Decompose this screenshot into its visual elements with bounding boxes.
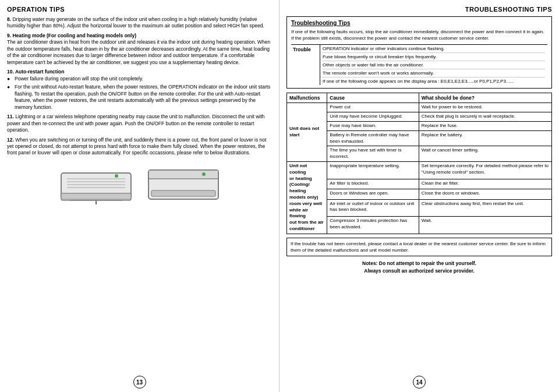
malfunction-cell-2: Unit not coolingor heating(Cooling/ heat… — [287, 161, 327, 234]
cause-cell: Fuse may have blown. — [327, 121, 419, 130]
troubleshooting-box: Troubleshooting Tips If one of the follo… — [286, 16, 552, 89]
troubleshooting-intro: If one of the following faults occurs, s… — [291, 29, 547, 41]
troubleshooting-title: Troubleshooting Tips — [291, 20, 547, 26]
svg-point-12 — [202, 172, 206, 176]
trouble-item-4: If one of the following code appears on … — [323, 77, 545, 85]
svg-rect-13 — [151, 190, 215, 196]
notes-section: Notes: Do not attempt to repair the unit… — [286, 260, 552, 275]
bullet-icon: ● — [7, 84, 13, 111]
tip-9-label: Heating mode (For cooling and heating mo… — [12, 33, 136, 38]
solution-cell: Check that plug is securely in wall rece… — [419, 112, 551, 122]
tip-11-text: Lightning or a car wireless telephone op… — [7, 114, 264, 133]
illustration-area — [7, 161, 272, 206]
page-number-right: 14 — [413, 376, 426, 389]
tip-11-number: 11. — [7, 114, 15, 119]
solution-cell: Replace the battery. — [419, 130, 551, 146]
tip-12: 12. When you are switching on or turning… — [7, 137, 272, 157]
trouble-label: Trouble — [291, 45, 320, 85]
cause-cell: Unit may have become Unplugged. — [327, 112, 419, 122]
solution-cell: Close the doors or windows. — [419, 189, 551, 200]
left-header: OPERATION TIPS — [7, 6, 272, 13]
tip-10-number: 10. — [7, 69, 15, 75]
ac-unit-svg-1 — [58, 161, 134, 205]
notes-line-2: Always consult an authorized service pro… — [286, 267, 552, 275]
solution-cell: Wait or cancel timer setting. — [419, 146, 551, 162]
cause-cell: Inappropriate temperature setting. — [327, 161, 419, 179]
notes-line-1: Notes: Do not attempt to repair the unit… — [286, 260, 552, 267]
right-page: TROUBLESHOOTING TIPS Troubleshooting Tip… — [280, 0, 559, 392]
solution-cell: Set temperature correctly. For detailed … — [419, 161, 551, 179]
cause-cell: The time you have set with timer is inco… — [327, 146, 419, 162]
ac-unit-svg-2 — [146, 161, 221, 205]
tip-8: 8. Dripping water may generate on the su… — [7, 16, 272, 30]
bullet-icon: ● — [7, 76, 13, 82]
cause-cell: Doors or Windows are open. — [327, 189, 419, 200]
solution-cell: Clean the air filter. — [419, 179, 551, 189]
svg-rect-11 — [148, 170, 218, 179]
solution-cell: Replace the fuse. — [419, 121, 551, 130]
svg-point-7 — [115, 174, 118, 178]
right-header: TROUBLESHOOTING TIPS — [286, 6, 552, 13]
col-header-cause: Cause — [327, 93, 419, 103]
trouble-item-1: Fuse blows frequently or circuit breaker… — [323, 53, 545, 61]
table-row: Unit does notstart Power cut Wait for po… — [287, 103, 552, 112]
trouble-item-3: The remote controller won't work or work… — [323, 69, 545, 77]
col-header-malfunctions: Malfunctions — [287, 93, 327, 103]
cause-cell: Battery in Remote controller may have be… — [327, 130, 419, 146]
tip-10-bullet-1: ● Power failure during operation will st… — [7, 76, 272, 82]
trouble-item-2: Other objects or water fall into the air… — [323, 61, 545, 69]
footnote-box: If the trouble has not been corrected, p… — [286, 238, 552, 256]
cause-cell: Air inlet or outlet of indoor or outdoor… — [327, 199, 419, 217]
tip-8-text: Dripping water may generate on the surfa… — [7, 16, 264, 29]
trouble-item-0: OPERATION indicator or other indicators … — [323, 45, 545, 53]
trouble-row: Trouble OPERATION indicator or other ind… — [291, 44, 547, 85]
illustration-2 — [146, 161, 221, 206]
malfunction-table: Malfunctions Cause What should be done? … — [286, 93, 552, 234]
solution-cell: Clear obstructions away first, then rest… — [419, 199, 551, 217]
cause-cell: Power cut — [327, 103, 419, 112]
tip-9-text: The air conditioner draws in heat from t… — [7, 39, 270, 65]
cause-cell: Compressor 3 minutes protection has been… — [327, 217, 419, 234]
footnote-text: If the trouble has not been corrected, p… — [291, 241, 546, 253]
solution-cell: Wait. — [419, 217, 551, 234]
left-page: OPERATION TIPS 8. Dripping water may gen… — [0, 0, 280, 392]
col-header-solution: What should be done? — [419, 93, 551, 103]
tip-12-text: When you are switching on or turning off… — [7, 137, 266, 156]
tip-11: 11. Lightning or a car wireless telephon… — [7, 114, 272, 133]
tip-9: 9. Heating mode (For cooling and heating… — [7, 33, 272, 66]
trouble-items-list: OPERATION indicator or other indicators … — [320, 45, 547, 85]
malfunction-cell-1: Unit does notstart — [287, 103, 327, 162]
tip-10-bullet-2: ● For the unit without Auto-restart feat… — [7, 84, 272, 111]
solution-cell: Wait for power to be restored. — [419, 103, 551, 112]
svg-marker-2 — [61, 193, 131, 199]
cause-cell: Air filter is blocked. — [327, 179, 419, 189]
tip-10-label: Auto-restart function — [15, 69, 65, 75]
table-row: Unit not coolingor heating(Cooling/ heat… — [287, 161, 552, 179]
tip-12-number: 12. — [7, 137, 15, 143]
page-number-left: 13 — [133, 376, 146, 389]
illustration-1 — [58, 161, 134, 206]
tip-10: 10. Auto-restart function ● Power failur… — [7, 69, 272, 111]
